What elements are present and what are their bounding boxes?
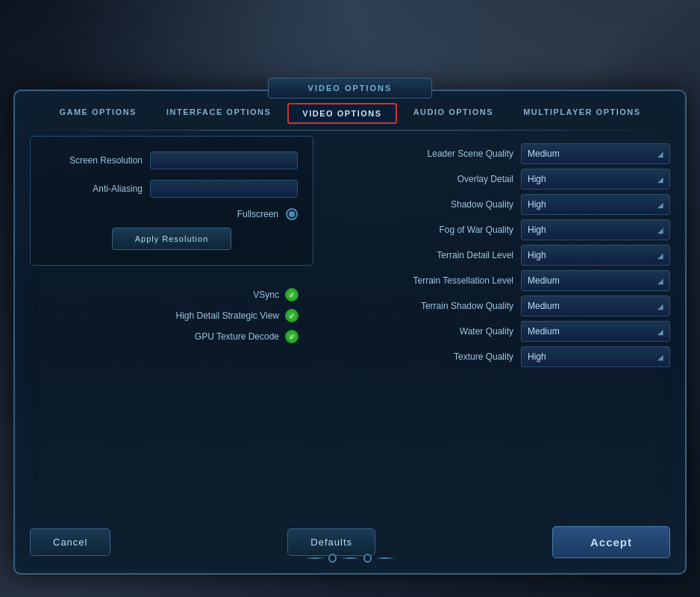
quality-label-5: Terrain Tessellation Level bbox=[336, 275, 513, 286]
quality-select-text-7: Medium bbox=[528, 326, 560, 337]
quality-label-0: Leader Scene Quality bbox=[336, 149, 513, 159]
resolution-box: Screen Resolution Anti-Aliasing Fullscre… bbox=[30, 136, 313, 266]
tab-video[interactable]: VIDEO OPTIONS bbox=[287, 103, 396, 124]
tab-audio[interactable]: AUDIO OPTIONS bbox=[400, 103, 507, 124]
quality-label-8: Texture Quality bbox=[336, 351, 513, 362]
resolution-label: Screen Resolution bbox=[46, 155, 143, 166]
quality-select-6[interactable]: Medium◢ bbox=[521, 296, 670, 316]
quality-select-text-6: Medium bbox=[528, 301, 560, 311]
fullscreen-toggle[interactable] bbox=[286, 208, 298, 220]
content-area: Screen Resolution Anti-Aliasing Fullscre… bbox=[30, 136, 670, 513]
tab-game[interactable]: GAME OPTIONS bbox=[46, 103, 150, 124]
quality-select-4[interactable]: High◢ bbox=[521, 245, 670, 266]
cancel-button[interactable]: Cancel bbox=[30, 528, 110, 556]
tab-multiplayer[interactable]: MULTIPLAYER OPTIONS bbox=[510, 103, 654, 124]
quality-select-arrow-5: ◢ bbox=[657, 277, 663, 285]
vsync-label: VSync bbox=[253, 290, 279, 300]
high-detail-row: High Detail Strategic View ✓ bbox=[45, 309, 299, 322]
tab-interface[interactable]: INTERFACE OPTIONS bbox=[153, 103, 284, 124]
quality-select-0[interactable]: Medium◢ bbox=[521, 143, 670, 164]
antialiasing-input[interactable] bbox=[150, 180, 298, 198]
settings-dialog: VIDEO OPTIONS GAME OPTIONS INTERFACE OPT… bbox=[13, 90, 687, 575]
quality-row: Terrain Detail LevelHigh◢ bbox=[336, 245, 670, 266]
tab-bar: GAME OPTIONS INTERFACE OPTIONS VIDEO OPT… bbox=[15, 103, 685, 124]
dialog-title: VIDEO OPTIONS bbox=[308, 84, 393, 93]
high-detail-label: High Detail Strategic View bbox=[175, 310, 279, 321]
vsync-row: VSync ✓ bbox=[45, 288, 299, 301]
antialiasing-label: Anti-Aliasing bbox=[46, 184, 143, 194]
deco-line-mid bbox=[340, 557, 360, 559]
deco-circle-right bbox=[363, 554, 372, 563]
quality-select-text-2: High bbox=[528, 199, 546, 210]
quality-select-arrow-3: ◢ bbox=[657, 226, 663, 234]
quality-label-4: Terrain Detail Level bbox=[336, 250, 513, 260]
deco-circle-left bbox=[328, 554, 337, 563]
quality-select-text-0: Medium bbox=[528, 149, 560, 159]
left-panel: Screen Resolution Anti-Aliasing Fullscre… bbox=[30, 136, 313, 513]
quality-row: Shadow QualityHigh◢ bbox=[336, 194, 670, 215]
quality-select-8[interactable]: High◢ bbox=[521, 346, 670, 367]
bottom-decoration bbox=[305, 547, 395, 569]
quality-select-2[interactable]: High◢ bbox=[521, 194, 670, 215]
resolution-row: Screen Resolution bbox=[46, 151, 298, 169]
quality-select-3[interactable]: High◢ bbox=[521, 219, 670, 240]
quality-label-6: Terrain Shadow Quality bbox=[336, 301, 513, 311]
quality-row: Terrain Shadow QualityMedium◢ bbox=[336, 296, 670, 316]
quality-select-1[interactable]: High◢ bbox=[521, 169, 670, 190]
quality-select-text-3: High bbox=[528, 225, 546, 235]
quality-select-text-1: High bbox=[528, 174, 546, 184]
fullscreen-row: Fullscreen bbox=[46, 208, 298, 220]
vsync-toggle[interactable]: ✓ bbox=[285, 288, 299, 301]
quality-select-arrow-6: ◢ bbox=[657, 302, 663, 310]
deco-line-right bbox=[375, 557, 395, 559]
quality-select-text-5: Medium bbox=[528, 275, 560, 286]
high-detail-toggle[interactable]: ✓ bbox=[285, 309, 299, 322]
quality-row: Fog of War QualityHigh◢ bbox=[336, 219, 670, 240]
quality-select-arrow-8: ◢ bbox=[657, 353, 663, 361]
quality-label-7: Water Quality bbox=[336, 326, 513, 337]
quality-row: Texture QualityHigh◢ bbox=[336, 346, 670, 367]
toggles-section: VSync ✓ High Detail Strategic View ✓ GPU… bbox=[30, 281, 313, 358]
deco-line-left bbox=[305, 557, 325, 559]
gpu-texture-row: GPU Texture Decode ✓ bbox=[45, 330, 299, 343]
quality-select-arrow-0: ◢ bbox=[657, 150, 663, 158]
quality-select-arrow-7: ◢ bbox=[657, 328, 663, 336]
resolution-input[interactable] bbox=[150, 151, 298, 169]
tab-divider bbox=[30, 130, 670, 131]
quality-select-7[interactable]: Medium◢ bbox=[521, 321, 670, 342]
quality-row: Leader Scene QualityMedium◢ bbox=[336, 143, 670, 164]
quality-label-1: Overlay Detail bbox=[336, 174, 513, 184]
quality-select-text-4: High bbox=[528, 250, 546, 260]
gpu-texture-label: GPU Texture Decode bbox=[195, 331, 279, 342]
right-panel: Leader Scene QualityMedium◢Overlay Detai… bbox=[336, 136, 670, 513]
quality-label-2: Shadow Quality bbox=[336, 199, 513, 210]
quality-select-5[interactable]: Medium◢ bbox=[521, 270, 670, 291]
quality-select-arrow-2: ◢ bbox=[657, 201, 663, 209]
fullscreen-label: Fullscreen bbox=[237, 209, 278, 219]
title-bar: VIDEO OPTIONS bbox=[268, 78, 432, 99]
antialiasing-row: Anti-Aliasing bbox=[46, 180, 298, 198]
quality-label-3: Fog of War Quality bbox=[336, 225, 513, 235]
apply-resolution-button[interactable]: Apply Resolution bbox=[112, 228, 232, 250]
quality-select-arrow-1: ◢ bbox=[657, 175, 663, 184]
quality-row: Terrain Tessellation LevelMedium◢ bbox=[336, 270, 670, 291]
gpu-texture-toggle[interactable]: ✓ bbox=[285, 330, 299, 343]
quality-row: Overlay DetailHigh◢ bbox=[336, 169, 670, 190]
quality-select-arrow-4: ◢ bbox=[657, 251, 663, 260]
quality-row: Water QualityMedium◢ bbox=[336, 321, 670, 342]
quality-select-text-8: High bbox=[528, 351, 546, 362]
accept-button[interactable]: Accept bbox=[552, 526, 670, 558]
